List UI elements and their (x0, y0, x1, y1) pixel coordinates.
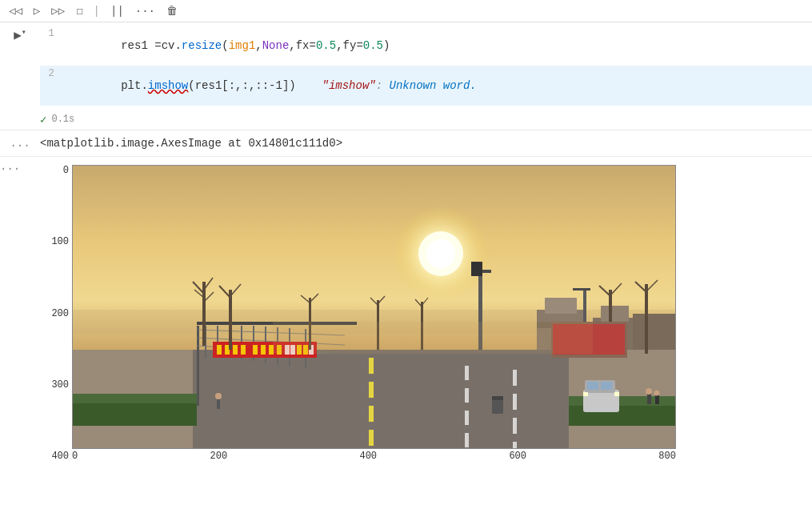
token-paren2: ) (383, 39, 390, 52)
matplotlib-figure: 0 100 200 300 400 (40, 165, 676, 462)
svg-rect-90 (583, 390, 619, 412)
stop-icon[interactable]: ☐ (74, 2, 85, 19)
token-comma2: , (289, 39, 295, 52)
svg-rect-47 (253, 345, 258, 355)
token-comma3: , (336, 39, 342, 52)
svg-rect-100 (217, 398, 220, 409)
y-tick-400: 400 (51, 451, 69, 462)
street-image (72, 165, 676, 449)
svg-rect-92 (587, 382, 598, 390)
x-tick-0: 0 (72, 451, 78, 462)
token-dot2: . (141, 79, 147, 92)
token-eq2: = (310, 39, 316, 52)
svg-rect-22 (465, 433, 469, 447)
svg-rect-96 (647, 393, 651, 404)
svg-rect-94 (583, 392, 588, 396)
token-paren3: ( (188, 79, 194, 92)
svg-rect-23 (513, 370, 517, 386)
svg-rect-21 (465, 411, 469, 425)
svg-rect-56 (202, 282, 206, 346)
plot-section: ... 0 100 200 300 400 (0, 157, 812, 468)
token-05b: 0.5 (363, 39, 383, 52)
svg-rect-61 (229, 290, 232, 350)
warning-space (436, 79, 442, 92)
skip-back-icon[interactable]: ◁◁ (6, 2, 25, 19)
run-prev-icon[interactable]: ▷ (31, 2, 42, 19)
svg-rect-95 (614, 392, 619, 396)
run-dropdown-icon[interactable]: ▾ (22, 27, 26, 37)
street-scene-svg (73, 166, 676, 449)
token-05a: 0.5 (316, 39, 336, 52)
svg-rect-15 (369, 358, 374, 374)
token-eq3: = (356, 39, 362, 52)
svg-rect-6 (545, 298, 577, 314)
svg-rect-26 (513, 442, 517, 449)
y-tick-300: 300 (51, 379, 69, 391)
svg-rect-104 (273, 322, 593, 354)
svg-rect-17 (369, 406, 374, 422)
token-resize: resize (182, 39, 222, 52)
token-plt: plt (121, 79, 141, 92)
cell-execution-status: ✓ 0.1s (0, 109, 812, 130)
run-icon[interactable]: ▶ (14, 27, 22, 43)
delete-icon[interactable]: 🗑 (164, 3, 180, 19)
token-eq: = (154, 39, 161, 52)
svg-point-3 (426, 239, 455, 268)
code-editor[interactable]: 1 res1 =cv.resize(img1,None,fx=0.5,fy=0.… (40, 22, 812, 109)
svg-rect-25 (513, 418, 517, 434)
svg-rect-45 (233, 345, 238, 355)
separator-1: | (94, 5, 100, 18)
svg-point-101 (215, 393, 222, 399)
y-tick-100: 100 (51, 236, 69, 247)
token-slice: [:,:,::-1] (222, 79, 289, 92)
token-fx: fx (296, 39, 310, 52)
plot-dots-indicator: ... (0, 160, 20, 173)
output-indicator-text: ... (0, 135, 40, 150)
svg-rect-20 (465, 388, 469, 403)
plot-right: 0 200 400 600 800 (72, 165, 676, 462)
svg-rect-24 (513, 394, 517, 410)
output-content: <matplotlib.image.AxesImage at 0x14801c1… (40, 135, 812, 151)
svg-rect-46 (241, 345, 246, 355)
svg-rect-18 (369, 430, 374, 446)
run-next-icon[interactable]: ▷▷ (49, 2, 67, 19)
pause-icon[interactable]: || (108, 3, 126, 19)
svg-rect-87 (73, 394, 197, 403)
x-tick-800: 800 (658, 451, 676, 462)
warning-word: word. (443, 79, 477, 92)
x-tick-200: 200 (210, 451, 228, 462)
token-comma1: , (255, 39, 262, 52)
line-content-1[interactable]: res1 =cv.resize(img1,None,fx=0.5,fy=0.5) (64, 26, 812, 66)
svg-point-99 (654, 391, 660, 396)
token-none: None (262, 39, 290, 52)
token-paren1: ( (222, 39, 228, 52)
line-number-2: 2 (40, 67, 64, 79)
token-res1: res1 (121, 39, 154, 52)
status-check-icon: ✓ (40, 113, 46, 126)
svg-rect-93 (601, 382, 612, 390)
execution-time: 0.1s (51, 114, 74, 125)
axes-area: 0 100 200 300 400 (40, 165, 676, 462)
token-paren4: ) (289, 79, 295, 92)
y-tick-0: 0 (63, 165, 69, 176)
x-tick-400: 400 (359, 451, 377, 462)
svg-rect-81 (471, 262, 482, 276)
svg-rect-76 (645, 284, 648, 354)
x-axis-labels: 0 200 400 600 800 (72, 449, 676, 462)
warning-quote: "imshow" (322, 79, 376, 92)
plot-container: 0 100 200 300 400 (40, 160, 812, 465)
token-cv: cv (162, 39, 175, 52)
token-res1b: res1 (195, 79, 222, 92)
svg-rect-103 (492, 396, 503, 400)
plot-indicator: ... (0, 160, 40, 465)
cell-toolbar: ◁◁ ▷ ▷▷ ☐ | || ··· 🗑 (0, 0, 812, 22)
more-icon[interactable]: ··· (133, 3, 158, 19)
svg-rect-8 (601, 306, 629, 322)
line-content-2[interactable]: plt.imshow(res1[:,:,::-1]) "imshow": Unk… (64, 66, 812, 106)
token-imshow: imshow (148, 79, 188, 92)
svg-rect-48 (261, 345, 266, 355)
svg-rect-16 (369, 382, 374, 398)
svg-rect-83 (573, 288, 590, 291)
run-button-area[interactable]: ▶ ▾ (0, 22, 40, 109)
svg-point-97 (646, 388, 652, 395)
